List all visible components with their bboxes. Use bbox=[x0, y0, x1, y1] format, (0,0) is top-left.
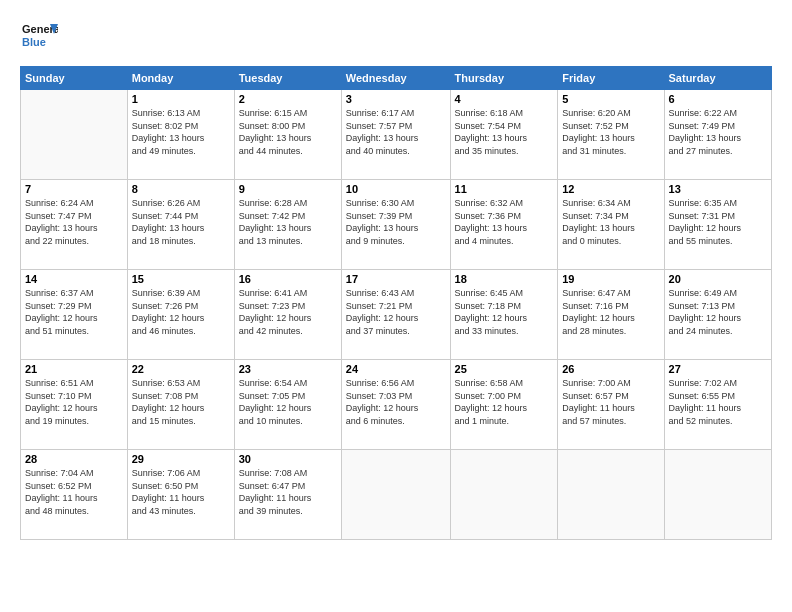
logo-svg: General Blue bbox=[20, 18, 58, 56]
day-cell: 10Sunrise: 6:30 AM Sunset: 7:39 PM Dayli… bbox=[341, 180, 450, 270]
day-info: Sunrise: 6:41 AM Sunset: 7:23 PM Dayligh… bbox=[239, 287, 337, 337]
week-row-4: 21Sunrise: 6:51 AM Sunset: 7:10 PM Dayli… bbox=[21, 360, 772, 450]
day-cell: 15Sunrise: 6:39 AM Sunset: 7:26 PM Dayli… bbox=[127, 270, 234, 360]
day-cell: 21Sunrise: 6:51 AM Sunset: 7:10 PM Dayli… bbox=[21, 360, 128, 450]
day-info: Sunrise: 6:35 AM Sunset: 7:31 PM Dayligh… bbox=[669, 197, 767, 247]
day-number: 10 bbox=[346, 183, 446, 195]
svg-text:Blue: Blue bbox=[22, 36, 46, 48]
day-cell: 18Sunrise: 6:45 AM Sunset: 7:18 PM Dayli… bbox=[450, 270, 558, 360]
page: General Blue SundayMondayTuesdayWednesda… bbox=[0, 0, 792, 612]
day-cell: 11Sunrise: 6:32 AM Sunset: 7:36 PM Dayli… bbox=[450, 180, 558, 270]
day-info: Sunrise: 6:43 AM Sunset: 7:21 PM Dayligh… bbox=[346, 287, 446, 337]
day-info: Sunrise: 7:00 AM Sunset: 6:57 PM Dayligh… bbox=[562, 377, 659, 427]
day-info: Sunrise: 6:15 AM Sunset: 8:00 PM Dayligh… bbox=[239, 107, 337, 157]
day-number: 5 bbox=[562, 93, 659, 105]
week-row-3: 14Sunrise: 6:37 AM Sunset: 7:29 PM Dayli… bbox=[21, 270, 772, 360]
day-cell: 22Sunrise: 6:53 AM Sunset: 7:08 PM Dayli… bbox=[127, 360, 234, 450]
weekday-header-friday: Friday bbox=[558, 67, 664, 90]
day-info: Sunrise: 6:13 AM Sunset: 8:02 PM Dayligh… bbox=[132, 107, 230, 157]
day-info: Sunrise: 6:34 AM Sunset: 7:34 PM Dayligh… bbox=[562, 197, 659, 247]
day-number: 20 bbox=[669, 273, 767, 285]
day-cell bbox=[21, 90, 128, 180]
day-info: Sunrise: 6:22 AM Sunset: 7:49 PM Dayligh… bbox=[669, 107, 767, 157]
day-number: 2 bbox=[239, 93, 337, 105]
weekday-header-monday: Monday bbox=[127, 67, 234, 90]
day-cell: 14Sunrise: 6:37 AM Sunset: 7:29 PM Dayli… bbox=[21, 270, 128, 360]
day-cell: 17Sunrise: 6:43 AM Sunset: 7:21 PM Dayli… bbox=[341, 270, 450, 360]
day-cell: 28Sunrise: 7:04 AM Sunset: 6:52 PM Dayli… bbox=[21, 450, 128, 540]
day-cell: 16Sunrise: 6:41 AM Sunset: 7:23 PM Dayli… bbox=[234, 270, 341, 360]
day-number: 19 bbox=[562, 273, 659, 285]
day-cell: 7Sunrise: 6:24 AM Sunset: 7:47 PM Daylig… bbox=[21, 180, 128, 270]
day-info: Sunrise: 6:47 AM Sunset: 7:16 PM Dayligh… bbox=[562, 287, 659, 337]
day-number: 25 bbox=[455, 363, 554, 375]
day-cell: 4Sunrise: 6:18 AM Sunset: 7:54 PM Daylig… bbox=[450, 90, 558, 180]
weekday-header-sunday: Sunday bbox=[21, 67, 128, 90]
day-info: Sunrise: 7:04 AM Sunset: 6:52 PM Dayligh… bbox=[25, 467, 123, 517]
day-cell: 9Sunrise: 6:28 AM Sunset: 7:42 PM Daylig… bbox=[234, 180, 341, 270]
day-number: 12 bbox=[562, 183, 659, 195]
day-info: Sunrise: 6:17 AM Sunset: 7:57 PM Dayligh… bbox=[346, 107, 446, 157]
day-number: 1 bbox=[132, 93, 230, 105]
day-cell bbox=[664, 450, 771, 540]
day-info: Sunrise: 6:20 AM Sunset: 7:52 PM Dayligh… bbox=[562, 107, 659, 157]
day-cell: 29Sunrise: 7:06 AM Sunset: 6:50 PM Dayli… bbox=[127, 450, 234, 540]
day-number: 6 bbox=[669, 93, 767, 105]
day-info: Sunrise: 6:18 AM Sunset: 7:54 PM Dayligh… bbox=[455, 107, 554, 157]
day-number: 9 bbox=[239, 183, 337, 195]
day-number: 13 bbox=[669, 183, 767, 195]
day-cell: 6Sunrise: 6:22 AM Sunset: 7:49 PM Daylig… bbox=[664, 90, 771, 180]
weekday-header-row: SundayMondayTuesdayWednesdayThursdayFrid… bbox=[21, 67, 772, 90]
day-cell bbox=[341, 450, 450, 540]
day-info: Sunrise: 6:32 AM Sunset: 7:36 PM Dayligh… bbox=[455, 197, 554, 247]
day-info: Sunrise: 6:56 AM Sunset: 7:03 PM Dayligh… bbox=[346, 377, 446, 427]
day-cell: 26Sunrise: 7:00 AM Sunset: 6:57 PM Dayli… bbox=[558, 360, 664, 450]
weekday-header-saturday: Saturday bbox=[664, 67, 771, 90]
day-cell: 30Sunrise: 7:08 AM Sunset: 6:47 PM Dayli… bbox=[234, 450, 341, 540]
weekday-header-thursday: Thursday bbox=[450, 67, 558, 90]
day-cell: 24Sunrise: 6:56 AM Sunset: 7:03 PM Dayli… bbox=[341, 360, 450, 450]
day-info: Sunrise: 6:53 AM Sunset: 7:08 PM Dayligh… bbox=[132, 377, 230, 427]
day-number: 28 bbox=[25, 453, 123, 465]
week-row-5: 28Sunrise: 7:04 AM Sunset: 6:52 PM Dayli… bbox=[21, 450, 772, 540]
weekday-header-wednesday: Wednesday bbox=[341, 67, 450, 90]
day-cell: 8Sunrise: 6:26 AM Sunset: 7:44 PM Daylig… bbox=[127, 180, 234, 270]
day-cell: 13Sunrise: 6:35 AM Sunset: 7:31 PM Dayli… bbox=[664, 180, 771, 270]
day-number: 15 bbox=[132, 273, 230, 285]
day-number: 3 bbox=[346, 93, 446, 105]
day-cell bbox=[450, 450, 558, 540]
day-cell: 27Sunrise: 7:02 AM Sunset: 6:55 PM Dayli… bbox=[664, 360, 771, 450]
day-number: 16 bbox=[239, 273, 337, 285]
day-cell: 20Sunrise: 6:49 AM Sunset: 7:13 PM Dayli… bbox=[664, 270, 771, 360]
day-number: 11 bbox=[455, 183, 554, 195]
day-number: 18 bbox=[455, 273, 554, 285]
day-cell: 2Sunrise: 6:15 AM Sunset: 8:00 PM Daylig… bbox=[234, 90, 341, 180]
day-cell: 23Sunrise: 6:54 AM Sunset: 7:05 PM Dayli… bbox=[234, 360, 341, 450]
calendar: SundayMondayTuesdayWednesdayThursdayFrid… bbox=[20, 66, 772, 540]
day-cell bbox=[558, 450, 664, 540]
day-cell: 12Sunrise: 6:34 AM Sunset: 7:34 PM Dayli… bbox=[558, 180, 664, 270]
day-number: 26 bbox=[562, 363, 659, 375]
day-cell: 5Sunrise: 6:20 AM Sunset: 7:52 PM Daylig… bbox=[558, 90, 664, 180]
day-number: 27 bbox=[669, 363, 767, 375]
week-row-2: 7Sunrise: 6:24 AM Sunset: 7:47 PM Daylig… bbox=[21, 180, 772, 270]
day-info: Sunrise: 7:02 AM Sunset: 6:55 PM Dayligh… bbox=[669, 377, 767, 427]
weekday-header-tuesday: Tuesday bbox=[234, 67, 341, 90]
day-number: 23 bbox=[239, 363, 337, 375]
day-number: 17 bbox=[346, 273, 446, 285]
day-info: Sunrise: 6:39 AM Sunset: 7:26 PM Dayligh… bbox=[132, 287, 230, 337]
day-info: Sunrise: 7:06 AM Sunset: 6:50 PM Dayligh… bbox=[132, 467, 230, 517]
day-info: Sunrise: 6:51 AM Sunset: 7:10 PM Dayligh… bbox=[25, 377, 123, 427]
logo: General Blue bbox=[20, 18, 58, 56]
day-number: 29 bbox=[132, 453, 230, 465]
day-number: 21 bbox=[25, 363, 123, 375]
day-cell: 3Sunrise: 6:17 AM Sunset: 7:57 PM Daylig… bbox=[341, 90, 450, 180]
day-info: Sunrise: 6:37 AM Sunset: 7:29 PM Dayligh… bbox=[25, 287, 123, 337]
day-cell: 25Sunrise: 6:58 AM Sunset: 7:00 PM Dayli… bbox=[450, 360, 558, 450]
day-number: 22 bbox=[132, 363, 230, 375]
day-info: Sunrise: 7:08 AM Sunset: 6:47 PM Dayligh… bbox=[239, 467, 337, 517]
day-info: Sunrise: 6:26 AM Sunset: 7:44 PM Dayligh… bbox=[132, 197, 230, 247]
day-info: Sunrise: 6:24 AM Sunset: 7:47 PM Dayligh… bbox=[25, 197, 123, 247]
day-info: Sunrise: 6:30 AM Sunset: 7:39 PM Dayligh… bbox=[346, 197, 446, 247]
day-number: 8 bbox=[132, 183, 230, 195]
